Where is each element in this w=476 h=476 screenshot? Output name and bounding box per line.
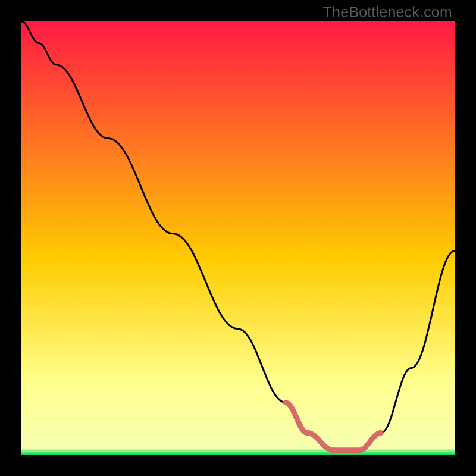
chart-svg bbox=[21, 21, 455, 455]
gradient-background bbox=[21, 21, 455, 455]
watermark-text: TheBottleneck.com bbox=[323, 4, 452, 21]
chart-frame: TheBottleneck.com bbox=[0, 0, 476, 476]
plot-area bbox=[21, 21, 455, 455]
